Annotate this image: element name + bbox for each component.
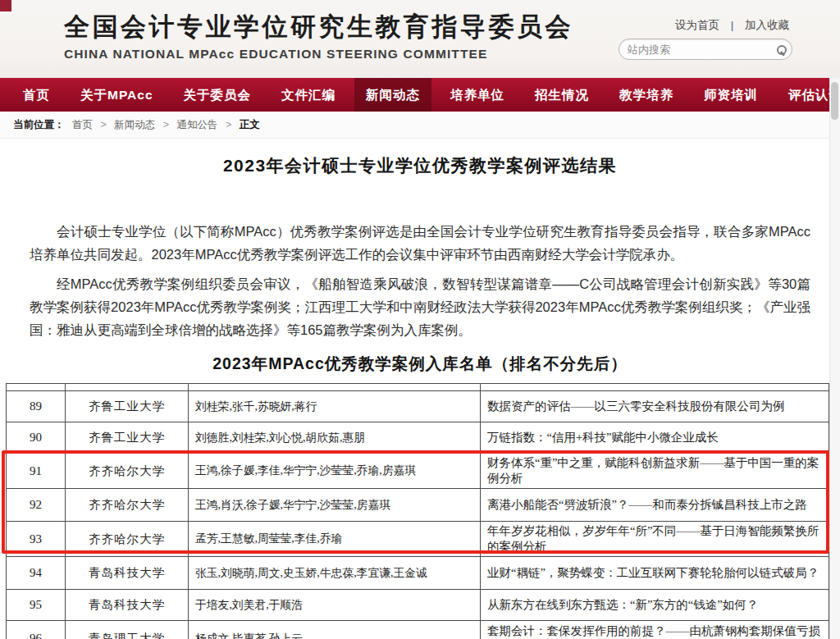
row-number: 95 bbox=[7, 590, 66, 621]
row-number: 89 bbox=[7, 391, 66, 422]
row-case-title: 数据资产的评估——以三六零安全科技股份有限公司为例 bbox=[481, 391, 829, 422]
breadcrumb-notices[interactable]: 通知公告 bbox=[177, 119, 218, 130]
row-number: 96 bbox=[7, 621, 66, 639]
row-case-title: 套期会计：套保发挥作用的前提？——由杭萧钢构套期保值亏损引发的思考 bbox=[481, 621, 829, 639]
breadcrumb-news[interactable]: 新闻动态 bbox=[114, 119, 155, 130]
row-number: 92 bbox=[7, 489, 66, 522]
nav-item-news[interactable]: 新闻动态 bbox=[354, 78, 431, 112]
breadcrumb-home[interactable]: 首页 bbox=[72, 119, 93, 130]
row-number: 93 bbox=[7, 522, 66, 557]
page-title: 2023年会计硕士专业学位优秀教学案例评选结果 bbox=[0, 154, 840, 177]
row-case-title: 年年岁岁花相似，岁岁年年“所”不同——基于日海智能频繁换所的案例分析 bbox=[481, 522, 829, 557]
site-title: 全国会计专业学位研究生教育指导委员会 bbox=[64, 10, 573, 44]
row-authors: 刘德胜,刘桂荣,刘心悦,胡欣茹,惠朋 bbox=[189, 422, 481, 454]
table-row-partial bbox=[7, 384, 829, 391]
row-authors: 刘桂荣,张千,苏晓妍,蒋行 bbox=[189, 391, 481, 422]
nav-item-admissions[interactable]: 招生情况 bbox=[523, 78, 600, 112]
site-logo: 全国会计专业学位研究生教育指导委员会 CHINA NATIONAL MPAcc … bbox=[64, 10, 573, 62]
nav-item-teaching[interactable]: 教学培养 bbox=[608, 78, 685, 112]
row-case-title: 离港小船能否“劈波斩浪”？——和而泰分拆铖昌科技上市之路 bbox=[481, 489, 829, 522]
breadcrumb-separator: > bbox=[100, 119, 106, 130]
row-case-title: 万链指数：“信用+科技”赋能中小微企业成长 bbox=[481, 422, 829, 454]
row-university: 青岛科技大学 bbox=[66, 557, 189, 590]
row-university: 齐齐哈尔大学 bbox=[66, 489, 189, 522]
row-authors: 王鸿,肖沃,徐子媛,华宁宁,沙莹莹,房嘉琪 bbox=[189, 489, 481, 522]
table-row: 89 齐鲁工业大学 刘桂荣,张千,苏晓妍,蒋行 数据资产的评估——以三六零安全科… bbox=[7, 391, 829, 422]
row-number: 91 bbox=[7, 454, 66, 489]
scrollbar-track[interactable] bbox=[829, 78, 840, 639]
case-list-table: 89 齐鲁工业大学 刘桂荣,张千,苏晓妍,蒋行 数据资产的评估——以三六零安全科… bbox=[6, 383, 829, 639]
row-university: 齐齐哈尔大学 bbox=[66, 454, 189, 489]
row-university: 齐齐哈尔大学 bbox=[66, 522, 189, 557]
table-row-highlighted: 91 齐齐哈尔大学 王鸿,徐子媛,李佳,华宁宁,沙莹莹,乔瑜,房嘉琪 财务体系“… bbox=[7, 454, 829, 489]
article-paragraph-2: 经MPAcc优秀教学案例组织委员会审议，《船舶智造乘风破浪，数智转型谋篇谱章——… bbox=[30, 272, 810, 341]
breadcrumb-label: 当前位置： bbox=[13, 119, 65, 130]
table-row: 90 齐鲁工业大学 刘德胜,刘桂荣,刘心悦,胡欣茹,惠朋 万链指数：“信用+科技… bbox=[7, 422, 829, 454]
table-row: 96 青岛理工大学 杨成文,毕惠茗,孙上云 套期会计：套保发挥作用的前提？——由… bbox=[7, 621, 829, 639]
logo-emblem-fragment-bottom bbox=[0, 0, 11, 11]
table-row-highlighted: 92 齐齐哈尔大学 王鸿,肖沃,徐子媛,华宁宁,沙莹莹,房嘉琪 离港小船能否“劈… bbox=[7, 489, 829, 522]
table-row-highlighted: 93 齐齐哈尔大学 孟芳,王慧敏,周莹莹,李佳,乔瑜 年年岁岁花相似，岁岁年年“… bbox=[7, 522, 829, 557]
nav-item-faculty-training[interactable]: 师资培训 bbox=[692, 78, 769, 112]
nav-item-training-units[interactable]: 培养单位 bbox=[439, 78, 516, 112]
main-nav: 首页 关于MPAcc 关于委员会 文件汇编 新闻动态 培养单位 招生情况 教学培… bbox=[0, 78, 840, 112]
scrollbar-thumb[interactable] bbox=[831, 82, 838, 120]
row-university: 齐鲁工业大学 bbox=[66, 391, 189, 422]
nav-item-home[interactable]: 首页 bbox=[11, 78, 62, 112]
table-row: 94 青岛科技大学 张玉,刘晓萌,周文,史玉娇,牛忠葆,李宜谦,王金诚 业财“耦… bbox=[7, 557, 829, 590]
breadcrumb-separator: > bbox=[226, 119, 231, 130]
article-body: 会计硕士专业学位（以下简称MPAcc）优秀教学案例评选是由全国会计专业学位研究生… bbox=[30, 220, 810, 341]
table-row: 95 青岛科技大学 于培友,刘美君,于顺浩 从新东方在线到东方甄选：“新”东方的… bbox=[7, 590, 829, 621]
row-number: 90 bbox=[7, 422, 66, 454]
breadcrumb-separator: > bbox=[163, 119, 169, 130]
search-input[interactable] bbox=[628, 43, 772, 56]
search-icon[interactable] bbox=[777, 45, 783, 54]
row-university: 青岛理工大学 bbox=[66, 621, 189, 639]
link-separator: | bbox=[731, 19, 734, 31]
nav-item-documents[interactable]: 文件汇编 bbox=[270, 78, 347, 112]
row-authors: 杨成文,毕惠茗,孙上云 bbox=[189, 621, 481, 639]
row-authors: 于培友,刘美君,于顺浩 bbox=[189, 590, 481, 621]
nav-item-about-mpacc[interactable]: 关于MPAcc bbox=[69, 78, 165, 112]
row-case-title: 财务体系“重”中之重，赋能科创新益求新——基于中国一重的案例分析 bbox=[481, 454, 829, 489]
article-paragraph-1: 会计硕士专业学位（以下简称MPAcc）优秀教学案例评选是由全国会计专业学位研究生… bbox=[30, 220, 810, 266]
row-number: 94 bbox=[7, 557, 66, 590]
breadcrumb: 当前位置： 首页 > 新闻动态 > 通知公告 > 正文 bbox=[0, 112, 840, 139]
breadcrumb-current: 正文 bbox=[240, 119, 260, 130]
row-authors: 张玉,刘晓萌,周文,史玉娇,牛忠葆,李宜谦,王金诚 bbox=[189, 557, 481, 590]
site-subtitle: CHINA NATIONAL MPAcc EDUCATION STEERING … bbox=[64, 47, 573, 62]
row-case-title: 从新东方在线到东方甄选：“新”东方的“钱途”如何？ bbox=[481, 590, 829, 621]
row-authors: 孟芳,王慧敏,周莹莹,李佳,乔瑜 bbox=[189, 522, 481, 557]
add-favorite-link[interactable]: 加入收藏 bbox=[745, 19, 789, 31]
site-header: 全国会计专业学位研究生教育指导委员会 CHINA NATIONAL MPAcc … bbox=[0, 0, 840, 78]
row-university: 齐鲁工业大学 bbox=[66, 422, 189, 454]
row-authors: 王鸿,徐子媛,李佳,华宁宁,沙莹莹,乔瑜,房嘉琪 bbox=[189, 454, 481, 489]
header-utility-links: 设为首页 | 加入收藏 bbox=[675, 18, 789, 33]
row-university: 青岛科技大学 bbox=[66, 590, 189, 621]
row-case-title: 业财“耦链”，聚势蝶变：工业互联网下赛轮轮胎何以链式破局？ bbox=[481, 557, 829, 590]
nav-item-about-committee[interactable]: 关于委员会 bbox=[172, 78, 263, 112]
set-home-link[interactable]: 设为首页 bbox=[675, 19, 719, 31]
site-search bbox=[619, 39, 792, 60]
table-title: 2023年MPAcc优秀教学案例入库名单（排名不分先后） bbox=[0, 353, 840, 375]
